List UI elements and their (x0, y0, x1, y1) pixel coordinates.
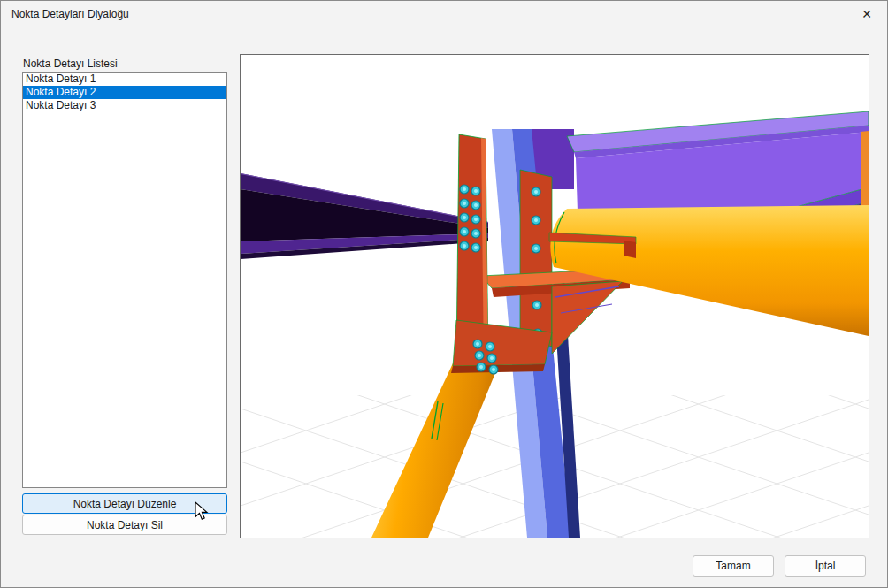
viewport-3d[interactable] (240, 54, 869, 538)
titlebar: Nokta Detayları Diyaloğu ✕ (1, 1, 887, 27)
cancel-button[interactable]: İptal (785, 555, 866, 577)
list-label: Nokta Detayı Listesi (23, 57, 118, 70)
point-details-dialog: Nokta Detayları Diyaloğu ✕ Nokta Detayı … (0, 0, 888, 588)
ok-button[interactable]: Tamam (693, 555, 774, 577)
steel-connection-scene (241, 55, 869, 538)
list-item[interactable]: Nokta Detayı 2 (23, 86, 226, 99)
close-icon[interactable]: ✕ (846, 1, 887, 27)
list-item[interactable]: Nokta Detayı 3 (23, 99, 226, 112)
delete-detail-button[interactable]: Nokta Detayı Sil (22, 515, 227, 535)
beam-end-plate-orange (861, 131, 869, 207)
detail-list[interactable]: Nokta Detayı 1Nokta Detayı 2Nokta Detayı… (22, 72, 227, 488)
list-item[interactable]: Nokta Detayı 1 (23, 73, 226, 86)
edit-detail-button[interactable]: Nokta Detayı Düzenle (22, 493, 227, 514)
dialog-title: Nokta Detayları Diyaloğu (1, 8, 129, 20)
